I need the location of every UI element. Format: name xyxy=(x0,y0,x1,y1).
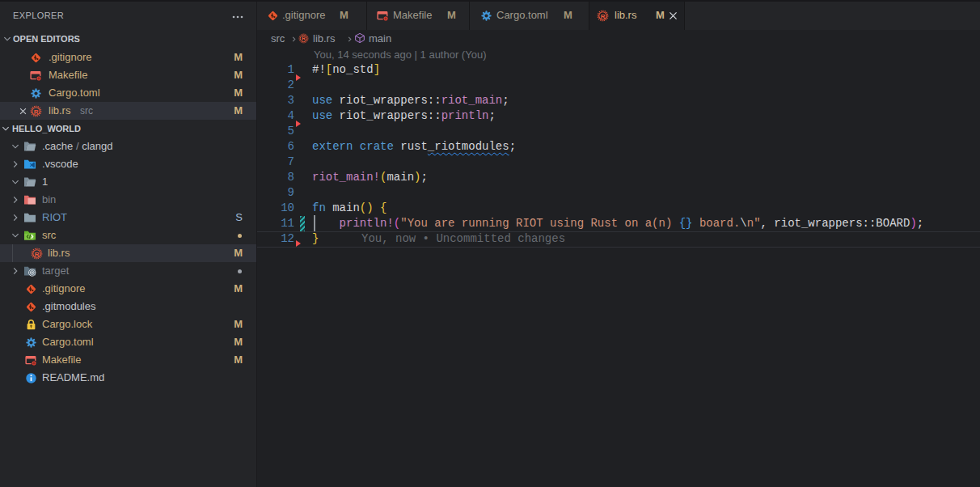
svg-text:R: R xyxy=(35,250,40,257)
svg-text:R: R xyxy=(601,13,606,20)
svg-text:R: R xyxy=(34,108,39,115)
svg-text:R: R xyxy=(302,36,306,41)
